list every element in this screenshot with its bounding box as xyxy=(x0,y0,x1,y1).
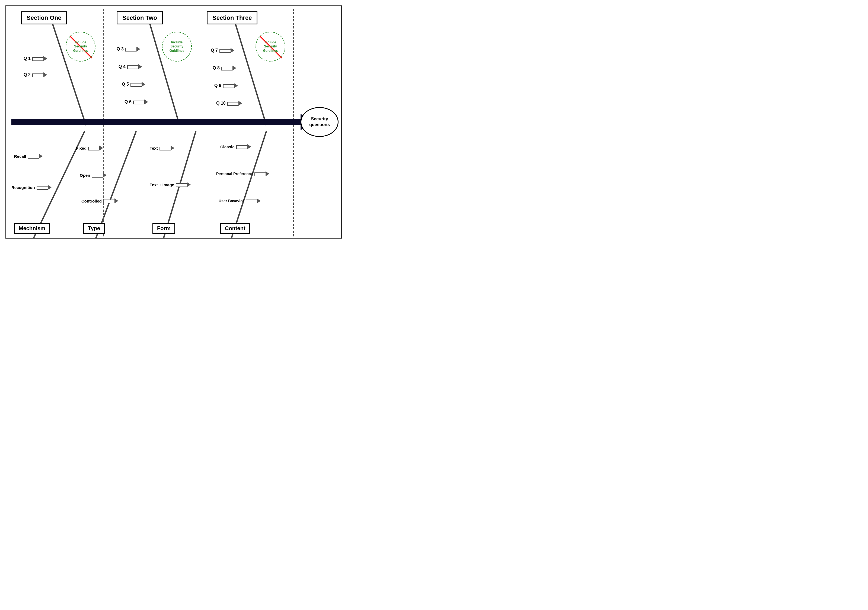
type-box: Type xyxy=(83,223,105,234)
q1-arrow xyxy=(32,56,47,61)
section-one-box: Section One xyxy=(21,11,67,25)
classic-item: Classic xyxy=(220,144,251,149)
open-arrow xyxy=(92,173,107,178)
classic-arrow xyxy=(236,144,251,149)
mechanism-box: Mechnism xyxy=(14,223,50,234)
q3-arrow xyxy=(125,46,140,51)
section-two-box: Section Two xyxy=(117,11,163,25)
controlled-label: Controlled xyxy=(81,199,102,203)
recognition-item: Recognition xyxy=(11,185,51,190)
q8-label: Q 8 xyxy=(213,66,220,71)
text-label: Text xyxy=(150,146,158,150)
q2-arrow xyxy=(32,73,47,77)
behavior-label: User Bavavior xyxy=(219,199,244,203)
behavior-arrow xyxy=(246,198,261,203)
content-box: Content xyxy=(220,223,250,234)
open-label: Open xyxy=(80,173,90,178)
spine-bar xyxy=(11,119,309,125)
form-label: Form xyxy=(157,225,170,231)
recognition-arrow xyxy=(37,185,51,190)
recognition-label: Recognition xyxy=(11,185,35,190)
textimage-item: Text + Image xyxy=(150,182,191,187)
section-three-label: Section Three xyxy=(212,14,252,21)
controlled-item: Controlled xyxy=(81,198,118,203)
q4-arrow xyxy=(127,64,142,69)
q10-label: Q 10 xyxy=(216,101,226,106)
mechanism-label: Mechnism xyxy=(19,225,45,231)
content-label: Content xyxy=(225,225,245,231)
diagram-container: Securityquestions Section One Section Tw… xyxy=(5,5,342,238)
form-box: Form xyxy=(152,223,175,234)
q10-arrow xyxy=(227,101,242,106)
q6-arrow xyxy=(133,99,148,104)
controlled-arrow xyxy=(103,198,118,203)
section-three-box: Section Three xyxy=(207,11,257,25)
q9-item: Q 9 xyxy=(214,83,238,88)
personal-item: Personal Preference xyxy=(216,171,269,176)
q10-item: Q 10 xyxy=(216,101,242,106)
security-circle-1: IncludeSecurityGuidlines xyxy=(66,32,96,62)
svg-line-2 xyxy=(232,14,267,125)
q7-item: Q 7 xyxy=(211,48,234,53)
fixed-item: Fixed xyxy=(76,146,103,150)
q4-label: Q 4 xyxy=(119,64,126,69)
q9-arrow xyxy=(223,83,238,88)
q1-label: Q 1 xyxy=(23,56,31,61)
q6-item: Q 6 xyxy=(124,99,148,104)
fixed-label: Fixed xyxy=(76,146,87,150)
security-circle-2: IncludeSecurityGuidlines xyxy=(162,32,192,62)
q5-label: Q 5 xyxy=(122,82,129,87)
q1-item: Q 1 xyxy=(23,56,47,61)
q3-label: Q 3 xyxy=(117,46,124,51)
recall-item: Recall xyxy=(14,154,43,159)
q8-arrow xyxy=(221,66,236,71)
type-label: Type xyxy=(88,225,100,231)
q5-arrow xyxy=(130,82,146,87)
security-circle-1-text: IncludeSecurityGuidlines xyxy=(73,40,88,53)
text-arrow xyxy=(160,146,174,150)
section-two-label: Section Two xyxy=(122,14,157,21)
personal-arrow xyxy=(254,171,269,176)
security-circle-3: IncludeSecurityGuidlines xyxy=(256,32,285,62)
q6-label: Q 6 xyxy=(124,99,132,104)
textimage-label: Text + Image xyxy=(150,183,174,187)
q5-item: Q 5 xyxy=(122,82,146,87)
security-oval-text: Securityquestions xyxy=(309,116,330,128)
q4-item: Q 4 xyxy=(119,64,142,69)
behavior-item: User Bavavior xyxy=(219,198,261,203)
q7-arrow xyxy=(219,48,234,53)
classic-label: Classic xyxy=(220,144,235,149)
text-item: Text xyxy=(150,146,174,150)
q2-item: Q 2 xyxy=(23,73,47,77)
section-one-label: Section One xyxy=(26,14,61,21)
textimage-arrow xyxy=(176,182,191,187)
svg-line-1 xyxy=(147,14,180,125)
security-oval: Securityquestions xyxy=(301,107,338,137)
q2-label: Q 2 xyxy=(23,73,31,77)
q7-label: Q 7 xyxy=(211,48,218,53)
q8-item: Q 8 xyxy=(213,66,236,71)
fixed-arrow xyxy=(88,146,103,150)
personal-label: Personal Preference xyxy=(216,172,253,176)
recall-arrow xyxy=(28,154,43,159)
open-item: Open xyxy=(80,173,107,178)
security-circle-2-text: IncludeSecurityGuidlines xyxy=(169,40,184,53)
recall-label: Recall xyxy=(14,154,26,159)
svg-line-0 xyxy=(50,14,86,125)
q9-label: Q 9 xyxy=(214,83,221,88)
security-circle-3-text: IncludeSecurityGuidlines xyxy=(263,40,278,53)
q3-item: Q 3 xyxy=(117,46,140,51)
